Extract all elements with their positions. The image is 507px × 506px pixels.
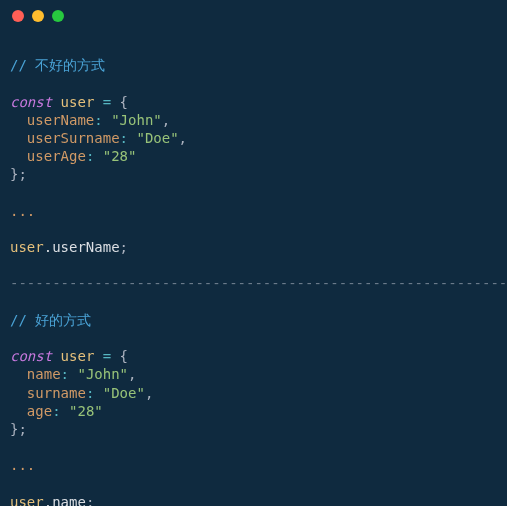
prop-userAge: userAge (27, 148, 86, 164)
string-doe: "Doe" (103, 385, 145, 401)
comma: , (179, 130, 187, 146)
window-titlebar (0, 0, 507, 30)
close-icon[interactable] (12, 10, 24, 22)
colon: : (120, 130, 128, 146)
access-name: name (52, 494, 86, 506)
colon: : (86, 148, 94, 164)
prop-userName: userName (27, 112, 94, 128)
comment-bad: // 不好的方式 (10, 57, 105, 73)
string-doe: "Doe" (136, 130, 178, 146)
colon: : (52, 403, 60, 419)
maximize-icon[interactable] (52, 10, 64, 22)
brace-open: { (120, 348, 128, 364)
keyword-const: const (10, 94, 52, 110)
identifier-user: user (61, 348, 95, 364)
brace-close: }; (10, 421, 27, 437)
dot: . (44, 239, 52, 255)
minimize-icon[interactable] (32, 10, 44, 22)
string-john: "John" (77, 366, 128, 382)
identifier-user: user (61, 94, 95, 110)
keyword-const: const (10, 348, 52, 364)
comment-good: // 好的方式 (10, 312, 91, 328)
divider-line: ----------------------------------------… (10, 275, 507, 291)
comma: , (128, 366, 136, 382)
comma: , (145, 385, 153, 401)
identifier-user: user (10, 494, 44, 506)
ellipsis: ... (10, 203, 35, 219)
operator-assign: = (94, 94, 119, 110)
brace-close: }; (10, 166, 27, 182)
colon: : (61, 366, 69, 382)
prop-age: age (27, 403, 52, 419)
string-28: "28" (69, 403, 103, 419)
dot: . (44, 494, 52, 506)
string-28: "28" (103, 148, 137, 164)
identifier-user: user (10, 239, 44, 255)
string-john: "John" (111, 112, 162, 128)
colon: : (94, 112, 102, 128)
operator-assign: = (94, 348, 119, 364)
colon: : (86, 385, 94, 401)
comma: , (162, 112, 170, 128)
semicolon: ; (86, 494, 94, 506)
prop-name: name (27, 366, 61, 382)
access-userName: userName (52, 239, 119, 255)
prop-surname: surname (27, 385, 86, 401)
semicolon: ; (120, 239, 128, 255)
code-block: // 不好的方式 const user = { userName: "John"… (0, 30, 507, 506)
ellipsis: ... (10, 457, 35, 473)
brace-open: { (120, 94, 128, 110)
prop-userSurname: userSurname (27, 130, 120, 146)
